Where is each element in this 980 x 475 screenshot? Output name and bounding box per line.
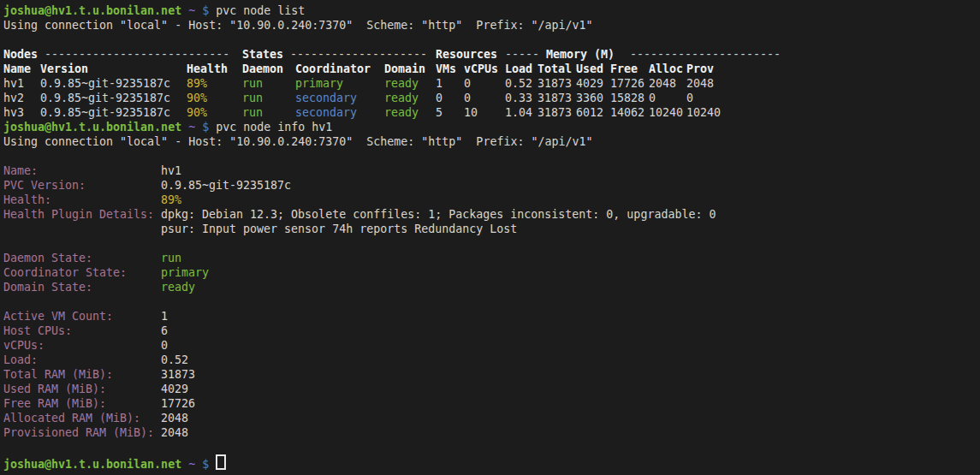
info-row-allocated-ram: Allocated RAM (MiB): 2048 bbox=[3, 411, 980, 425]
connection-info-text: Using connection "local" - Host: "10.90.… bbox=[3, 135, 592, 148]
cell-used: 6012 bbox=[576, 105, 603, 120]
info-label: Allocated RAM (MiB): bbox=[3, 411, 140, 425]
info-label: PVC Version: bbox=[3, 178, 86, 193]
info-row-load: Load: 0.52 bbox=[3, 353, 980, 367]
col-health: Health bbox=[187, 62, 228, 76]
cell-domain: ready bbox=[384, 76, 419, 91]
cell-coordinator: secondary bbox=[295, 91, 357, 105]
group-states-label: States bbox=[242, 47, 283, 62]
prompt-tilde: ~ bbox=[181, 4, 202, 17]
info-value: 0.52 bbox=[161, 353, 188, 367]
info-row-pvc-version: PVC Version: 0.9.85~git-9235187c bbox=[3, 178, 980, 193]
info-value: dpkg: Debian 12.3; Obsolete conffiles: 1… bbox=[161, 207, 716, 222]
prompt-user-host: joshua@hv1.t.u.bonilan.net bbox=[3, 121, 181, 134]
prompt-tilde: ~ bbox=[181, 458, 202, 471]
node-list-group-header: Nodes --------------------------- States… bbox=[3, 47, 980, 62]
info-label: Name: bbox=[3, 163, 38, 178]
info-row-provisioned-ram: Provisioned RAM (MiB): 2048 bbox=[3, 425, 980, 440]
info-label: Coordinator State: bbox=[3, 265, 127, 280]
blank-line bbox=[3, 33, 980, 47]
info-value: hv1 bbox=[161, 163, 181, 178]
info-row-used-ram: Used RAM (MiB): 4029 bbox=[3, 382, 980, 396]
info-label: Used RAM (MiB): bbox=[3, 382, 106, 396]
info-value: 2048 bbox=[161, 411, 188, 425]
info-label: Load: bbox=[3, 353, 38, 367]
cell-daemon: run bbox=[242, 76, 263, 91]
info-row-health-plugin-details-2: psur: Input power sensor 74h reports Red… bbox=[3, 222, 980, 236]
col-free: Free bbox=[610, 62, 638, 76]
col-name: Name bbox=[3, 62, 31, 76]
cell-prov: 2048 bbox=[686, 76, 714, 91]
info-label: Total RAM (MiB): bbox=[3, 367, 113, 382]
cell-version: 0.9.85~git-9235187c bbox=[40, 91, 170, 105]
cell-total: 31873 bbox=[538, 105, 572, 120]
cell-free: 14062 bbox=[610, 105, 644, 120]
col-total: Total bbox=[538, 62, 572, 76]
group-states-dashes: -------------------- bbox=[290, 47, 427, 62]
cell-name: hv2 bbox=[3, 91, 24, 105]
info-label: Daemon State: bbox=[3, 251, 92, 265]
node-list-column-header: Name Version Health Daemon Coordinator D… bbox=[3, 62, 980, 76]
cell-used: 3360 bbox=[576, 91, 603, 105]
info-row-host-cpus: Host CPUs: 6 bbox=[3, 324, 980, 338]
prompt-user-host: joshua@hv1.t.u.bonilan.net bbox=[3, 458, 181, 471]
info-row-daemon-state: Daemon State: run bbox=[3, 251, 980, 265]
cell-health: 89% bbox=[187, 76, 207, 91]
command-node-list: pvc node list bbox=[216, 4, 305, 17]
cell-name: hv3 bbox=[3, 105, 24, 120]
info-row-active-vm-count: Active VM Count: 1 bbox=[3, 309, 980, 324]
cell-alloc: 2048 bbox=[649, 76, 676, 91]
prompt-tilde: ~ bbox=[181, 121, 202, 134]
cell-alloc: 0 bbox=[649, 91, 656, 105]
info-row-coordinator-state: Coordinator State: primary bbox=[3, 265, 980, 280]
col-domain: Domain bbox=[384, 62, 425, 76]
cell-version: 0.9.85~git-9235187c bbox=[40, 76, 170, 91]
info-label: Provisioned RAM (MiB): bbox=[3, 425, 154, 440]
info-value: primary bbox=[161, 265, 209, 280]
cell-total: 31873 bbox=[538, 91, 572, 105]
col-daemon: Daemon bbox=[242, 62, 283, 76]
cell-health: 90% bbox=[187, 91, 207, 105]
cell-prov: 0 bbox=[686, 91, 693, 105]
info-row-free-ram: Free RAM (MiB): 17726 bbox=[3, 396, 980, 411]
info-value: 89% bbox=[161, 193, 181, 207]
cell-load: 1.04 bbox=[505, 105, 532, 120]
col-alloc: Alloc bbox=[649, 62, 683, 76]
info-value: 4029 bbox=[161, 382, 188, 396]
prompt-user-host: joshua@hv1.t.u.bonilan.net bbox=[3, 4, 181, 17]
cell-vms: 0 bbox=[436, 91, 442, 105]
col-coordinator: Coordinator bbox=[295, 62, 371, 76]
info-row-name: Name: hv1 bbox=[3, 163, 980, 178]
group-nodes-label: Nodes bbox=[3, 47, 38, 62]
info-value: run bbox=[161, 251, 181, 265]
cell-coordinator: secondary bbox=[295, 105, 357, 120]
prompt-dollar: $ bbox=[202, 121, 216, 134]
prompt-dollar: $ bbox=[202, 4, 216, 17]
group-nodes-dashes: --------------------------- bbox=[45, 47, 229, 62]
cell-free: 15828 bbox=[610, 91, 644, 105]
info-label: Active VM Count: bbox=[3, 309, 113, 324]
info-value: psur: Input power sensor 74h reports Red… bbox=[161, 222, 517, 236]
col-vms: VMs bbox=[436, 62, 456, 76]
cell-domain: ready bbox=[384, 105, 419, 120]
connection-info-text: Using connection "local" - Host: "10.90.… bbox=[3, 19, 592, 32]
blank-line bbox=[3, 440, 980, 454]
cell-daemon: run bbox=[242, 105, 263, 120]
cell-vms: 5 bbox=[436, 105, 442, 120]
cell-vms: 1 bbox=[436, 76, 442, 91]
terminal-window[interactable]: joshua@hv1.t.u.bonilan.net ~ $ pvc node … bbox=[0, 0, 980, 475]
col-prov: Prov bbox=[686, 62, 714, 76]
info-row-health-plugin-details: Health Plugin Details: dpkg: Debian 12.3… bbox=[3, 207, 980, 222]
terminal-cursor[interactable] bbox=[216, 454, 226, 470]
cell-vcpus: 10 bbox=[464, 105, 478, 120]
cell-vcpus: 0 bbox=[464, 76, 471, 91]
prompt-line-2: joshua@hv1.t.u.bonilan.net ~ $ pvc node … bbox=[3, 120, 980, 134]
node-row-hv3: hv3 0.9.85~git-9235187c 90% run secondar… bbox=[3, 105, 980, 120]
info-value: ready bbox=[161, 280, 195, 294]
group-resources-dashes: ----- bbox=[505, 47, 539, 62]
connection-info-line-2: Using connection "local" - Host: "10.90.… bbox=[3, 134, 980, 149]
group-memory-dashes: ---------------------- bbox=[630, 47, 781, 62]
prompt-line-3[interactable]: joshua@hv1.t.u.bonilan.net ~ $ bbox=[3, 454, 980, 469]
cell-load: 0.52 bbox=[505, 76, 532, 91]
command-node-info: pvc node info hv1 bbox=[216, 121, 332, 134]
